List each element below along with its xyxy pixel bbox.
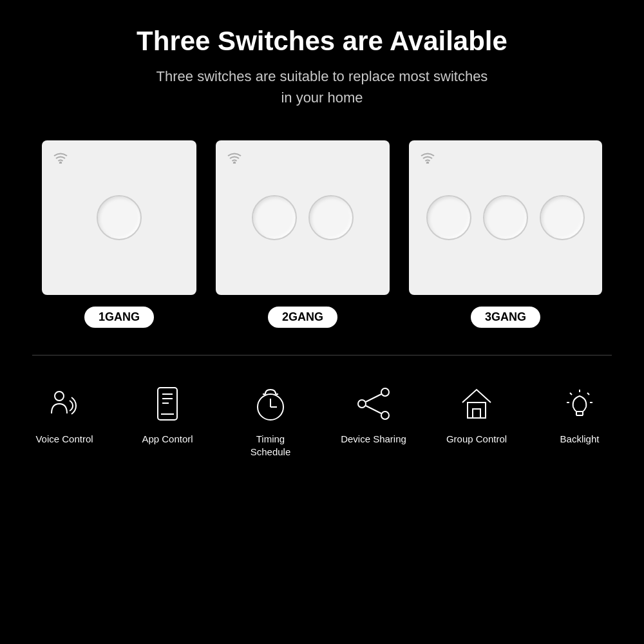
feature-group-control: Group Control (441, 381, 512, 446)
buttons-2gang (252, 195, 354, 240)
voice-icon (42, 381, 87, 426)
label-3gang: 3GANG (469, 305, 542, 329)
divider (32, 355, 612, 355)
switch-item-2gang: 2GANG (216, 140, 390, 329)
app-icon (145, 381, 190, 426)
svg-point-2 (427, 162, 428, 164)
svg-point-0 (60, 162, 61, 164)
bulb-icon (557, 381, 602, 426)
svg-line-28 (587, 393, 589, 395)
feature-voice-control: Voice Control (29, 381, 100, 446)
feature-label-sharing: Device Sharing (341, 433, 406, 446)
feature-label-group: Group Control (446, 433, 507, 446)
switch-panel-2gang (216, 140, 390, 295)
main-title: Three Switches are Available (137, 26, 507, 57)
buttons-3gang (426, 195, 585, 240)
button-1[interactable] (426, 195, 471, 240)
svg-point-15 (358, 400, 366, 408)
svg-point-14 (381, 388, 389, 396)
feature-label-timing: Timing Schedule (235, 433, 306, 458)
svg-rect-19 (468, 402, 486, 418)
feature-device-sharing: Device Sharing (338, 381, 409, 446)
button-1[interactable] (97, 195, 142, 240)
switch-panel-1gang (42, 140, 196, 295)
switches-row: 1GANG 2GANG (42, 140, 602, 329)
feature-label-voice: Voice Control (35, 433, 93, 446)
svg-line-18 (366, 406, 381, 413)
switch-item-3gang: 3GANG (409, 140, 602, 329)
svg-rect-20 (473, 409, 480, 418)
wifi-icon-2gang (227, 152, 242, 167)
feature-label-backlight: Backlight (560, 433, 600, 446)
svg-line-27 (570, 393, 572, 395)
features-row: Voice Control App Contorl (29, 381, 615, 458)
svg-point-1 (234, 162, 235, 164)
button-1[interactable] (252, 195, 297, 240)
clock-icon (248, 381, 293, 426)
button-2[interactable] (483, 195, 528, 240)
share-icon (351, 381, 396, 426)
label-1gang: 1GANG (83, 305, 155, 329)
button-3[interactable] (540, 195, 585, 240)
feature-app-control: App Contorl (132, 381, 203, 446)
feature-label-app: App Contorl (142, 433, 193, 446)
header-section: Three Switches are Available Three switc… (137, 0, 507, 115)
home-icon (454, 381, 499, 426)
sub-title: Three switches are suitable to replace m… (137, 66, 507, 108)
svg-point-3 (55, 392, 64, 401)
feature-timing: Timing Schedule (235, 381, 306, 458)
switch-panel-3gang (409, 140, 602, 295)
feature-backlight: Backlight (544, 381, 615, 446)
switch-item-1gang: 1GANG (42, 140, 196, 329)
button-2[interactable] (308, 195, 354, 240)
svg-line-17 (366, 394, 381, 402)
svg-point-16 (381, 412, 389, 419)
buttons-1gang (97, 195, 142, 240)
wifi-icon-3gang (421, 152, 435, 167)
wifi-icon-1gang (53, 152, 68, 167)
label-2gang: 2GANG (267, 305, 339, 329)
